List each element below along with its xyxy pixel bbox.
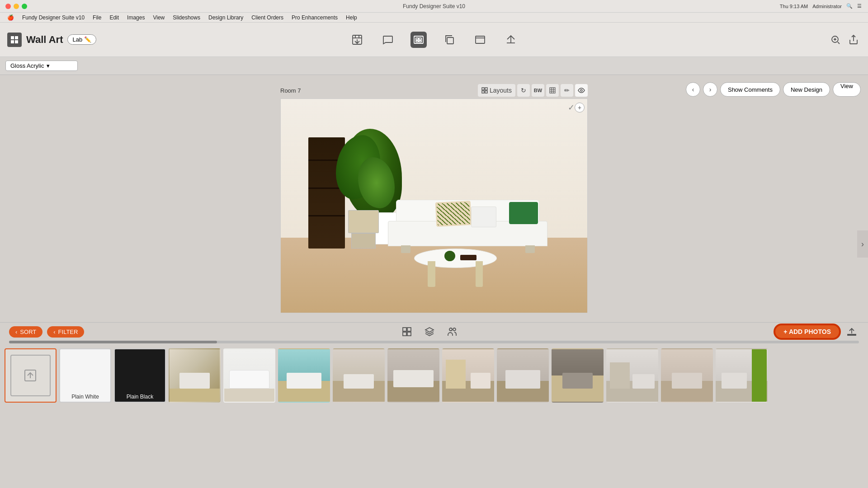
menu-file[interactable]: File <box>89 13 105 23</box>
thumbnail-room-11[interactable] <box>716 348 768 403</box>
svg-rect-20 <box>407 328 411 331</box>
menu-design-library[interactable]: Design Library <box>205 13 247 23</box>
menu-edit[interactable]: Edit <box>106 13 123 23</box>
maximize-button[interactable] <box>22 4 27 9</box>
canvas-plus-button[interactable]: + <box>575 103 585 113</box>
bottom-layers-icon[interactable] <box>423 325 436 338</box>
app-toolbar: Wall Art Lab ✏️ <box>0 23 868 57</box>
svg-rect-19 <box>403 328 406 331</box>
edit-icon: ✏️ <box>84 36 91 43</box>
grid-btn[interactable] <box>546 84 559 97</box>
bottom-people-icon[interactable] <box>445 325 459 338</box>
share-icon[interactable] <box>846 33 861 47</box>
svg-rect-22 <box>407 332 411 336</box>
svg-rect-16 <box>485 91 487 93</box>
bottom-grid-icon[interactable] <box>400 325 414 338</box>
slideshow-icon-btn[interactable] <box>472 32 488 48</box>
thumbnail-room-4[interactable] <box>333 348 385 403</box>
canvas-checkmark: ✓ <box>568 103 575 113</box>
edit-btn[interactable]: ✏ <box>561 84 573 97</box>
thumbnail-plain-black[interactable]: Plain Black <box>114 348 166 403</box>
menu-view[interactable]: View <box>149 13 168 23</box>
search-icon[interactable]: 🔍 <box>846 3 853 9</box>
sort-button[interactable]: ‹ SORT <box>9 326 42 338</box>
product-dropdown-label: Gloss Acrylic <box>10 62 44 69</box>
thumbnail-room-1[interactable] <box>169 348 221 403</box>
thumbnail-room-3[interactable] <box>278 348 330 403</box>
canvas-view-buttons: Layouts ↻ BW ✏ <box>478 84 588 97</box>
close-button[interactable] <box>5 4 11 9</box>
thumbnail-strip: Plain White Plain Black <box>0 345 868 404</box>
prev-button[interactable]: ‹ <box>686 82 700 97</box>
thumbnail-room-8[interactable] <box>552 348 604 403</box>
sort-chevron-icon: ‹ <box>15 328 17 335</box>
thumbnail-upload[interactable] <box>5 348 57 403</box>
thumbnail-room-5[interactable] <box>387 348 439 403</box>
thumbnail-room-9[interactable] <box>606 348 658 403</box>
svg-point-18 <box>580 89 582 91</box>
menu-pro-enhancements[interactable]: Pro Enhancements <box>288 13 341 23</box>
lab-label: Lab <box>72 36 82 43</box>
bottom-strip: ‹ SORT ‹ FILTER <box>0 322 868 406</box>
time-display: Thu 9:13 AM <box>780 4 808 9</box>
view-button[interactable]: View <box>833 82 861 97</box>
svg-rect-21 <box>403 332 406 336</box>
thumbnail-plain-white[interactable]: Plain White <box>59 348 111 403</box>
comment-icon-btn[interactable] <box>380 32 396 48</box>
rotate-btn[interactable]: ↻ <box>517 84 530 97</box>
dropdown-arrow-icon: ▾ <box>47 62 50 69</box>
notification-icon[interactable]: ☰ <box>857 3 862 9</box>
export-button[interactable] <box>844 324 859 339</box>
copy-icon-btn[interactable] <box>441 32 458 48</box>
lab-button[interactable]: Lab ✏️ <box>67 34 96 45</box>
thumbnail-room-6[interactable] <box>442 348 494 403</box>
titlebar: Fundy Designer Suite v10 Thu 9:13 AM Adm… <box>0 0 868 13</box>
filter-button[interactable]: ‹ FILTER <box>47 326 84 338</box>
bottom-toolbar-right: + ADD PHOTOS <box>774 324 859 339</box>
room-coffee-table <box>410 249 501 291</box>
new-design-button[interactable]: New Design <box>783 82 830 97</box>
wall-art-icon-btn[interactable] <box>410 32 427 48</box>
menu-client-orders[interactable]: Client Orders <box>248 13 287 23</box>
canvas-top-controls: Room 7 Layouts ↻ BW ✏ <box>280 84 588 97</box>
scroll-track[interactable] <box>9 341 859 343</box>
svg-point-24 <box>453 328 456 331</box>
room-sofa <box>388 189 547 253</box>
toolbar-left: Wall Art Lab ✏️ <box>0 33 96 47</box>
menu-images[interactable]: Images <box>123 13 148 23</box>
svg-rect-8 <box>416 41 418 42</box>
product-dropdown[interactable]: Gloss Acrylic ▾ <box>5 61 78 71</box>
svg-rect-11 <box>476 36 485 43</box>
canvas-room-view: ✓ + <box>280 99 588 313</box>
toolbar-right <box>828 33 861 47</box>
next-button[interactable]: › <box>703 82 717 97</box>
room-side-items <box>348 210 379 249</box>
menu-help[interactable]: Help <box>342 13 361 23</box>
layouts-button[interactable]: Layouts <box>478 84 515 97</box>
svg-rect-7 <box>419 38 421 40</box>
bw-btn[interactable]: BW <box>532 84 544 97</box>
menu-app[interactable]: Fundy Designer Suite v10 <box>19 13 88 23</box>
show-comments-button[interactable]: Show Comments <box>720 82 780 97</box>
svg-rect-6 <box>416 38 418 40</box>
zoom-icon[interactable] <box>828 33 843 47</box>
top-right-controls: ‹ › Show Comments New Design View <box>686 82 861 97</box>
svg-rect-3 <box>15 40 18 43</box>
scroll-thumb[interactable] <box>9 341 217 343</box>
svg-rect-5 <box>414 36 423 43</box>
filter-label: FILTER <box>58 328 78 335</box>
export-icon-btn[interactable] <box>503 32 519 48</box>
thumbnail-room-7[interactable] <box>497 348 549 403</box>
plain-black-label: Plain Black <box>115 394 165 400</box>
menu-slideshows[interactable]: Slideshows <box>169 13 204 23</box>
sub-toolbar: Gloss Acrylic ▾ <box>0 57 868 75</box>
thumbnail-room-10[interactable] <box>661 348 713 403</box>
menu-apple[interactable]: 🍎 <box>4 13 18 23</box>
svg-rect-9 <box>419 41 421 42</box>
add-photos-button[interactable]: + ADD PHOTOS <box>774 324 840 339</box>
svg-rect-1 <box>15 36 18 39</box>
eye-btn[interactable] <box>575 84 588 97</box>
thumbnail-room-2[interactable] <box>223 348 275 403</box>
import-icon-btn[interactable] <box>349 32 365 48</box>
minimize-button[interactable] <box>14 4 19 9</box>
